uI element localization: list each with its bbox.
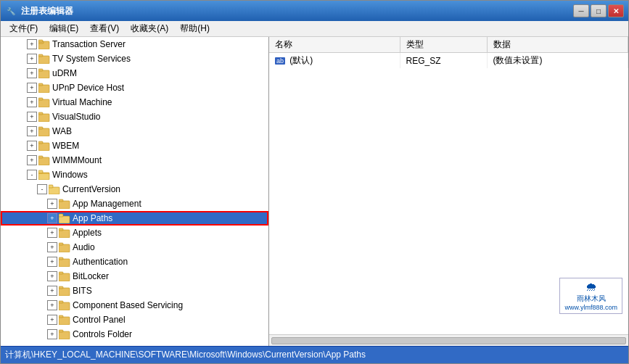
value-name: (默认) xyxy=(289,55,313,65)
menu-edit[interactable]: 编辑(E) xyxy=(44,21,84,36)
right-hscroll[interactable] xyxy=(269,334,628,346)
folder-icon xyxy=(59,271,70,281)
svg-rect-35 xyxy=(59,272,63,274)
expand-btn[interactable]: + xyxy=(27,141,37,151)
svg-rect-40 xyxy=(59,317,70,325)
folder-icon xyxy=(38,83,50,93)
expand-btn[interactable]: + xyxy=(27,126,37,136)
expand-btn[interactable]: + xyxy=(47,242,57,252)
watermark-brand: 雨林木风 xyxy=(564,294,617,304)
expand-btn[interactable]: - xyxy=(27,170,37,180)
tree-item-bitlocker[interactable]: + BitLocker xyxy=(1,269,268,284)
tree-label: Transaction Server xyxy=(52,39,126,49)
watermark: 🌧 雨林木风 www.ylmf888.com xyxy=(559,278,622,314)
folder-icon-open xyxy=(38,170,50,180)
expand-btn[interactable]: + xyxy=(47,257,57,267)
svg-rect-2 xyxy=(38,40,43,42)
maximize-button[interactable]: □ xyxy=(591,4,607,17)
title-bar-left: 🔧 注册表编辑器 xyxy=(5,5,73,17)
svg-rect-28 xyxy=(59,230,70,238)
tree-item-bits[interactable]: + BITS xyxy=(1,284,268,298)
expand-btn[interactable]: + xyxy=(47,315,57,325)
folder-icon xyxy=(38,126,50,136)
svg-rect-15 xyxy=(38,143,49,151)
svg-rect-27 xyxy=(59,214,63,217)
tree-label: VisualStudio xyxy=(52,112,101,122)
svg-rect-37 xyxy=(59,286,63,289)
svg-rect-22 xyxy=(49,187,59,194)
tree-item-controls-folder[interactable]: + Controls Folder xyxy=(1,327,268,342)
expand-btn[interactable]: + xyxy=(47,286,57,296)
col-data: 数据 xyxy=(487,37,628,53)
tree-label: TV System Services xyxy=(52,54,131,64)
svg-rect-33 xyxy=(59,257,63,260)
close-button[interactable]: ✕ xyxy=(608,4,624,17)
expand-btn[interactable]: + xyxy=(47,300,57,310)
expand-btn[interactable]: + xyxy=(27,112,37,122)
expand-btn[interactable]: + xyxy=(47,271,57,281)
tree-label: BITS xyxy=(73,286,92,296)
tree-item-applets[interactable]: + Applets xyxy=(1,226,268,240)
tree-item-windows[interactable]: - Windows xyxy=(1,167,268,182)
tree-scroll[interactable]: + Transaction Server + TV System Service… xyxy=(1,37,268,346)
svg-rect-41 xyxy=(59,315,63,318)
expand-btn[interactable]: + xyxy=(47,213,57,223)
tree-item-wimmount[interactable]: + WIMMMount xyxy=(1,153,268,167)
svg-rect-11 xyxy=(38,114,49,122)
menu-favorites[interactable]: 收藏夹(A) xyxy=(125,21,174,36)
col-name: 名称 xyxy=(269,37,400,53)
folder-icon xyxy=(59,228,70,238)
hscroll-thumb[interactable] xyxy=(271,337,626,344)
folder-icon xyxy=(59,329,70,339)
expand-btn[interactable]: + xyxy=(27,68,37,78)
tree-item-wbem[interactable]: + WBEM xyxy=(1,138,268,153)
expand-btn[interactable]: + xyxy=(47,329,57,339)
tree-item-visualstudio[interactable]: + VisualStudio xyxy=(1,109,268,124)
tree-item-currentversion[interactable]: - CurrentVersion xyxy=(1,182,268,197)
svg-rect-30 xyxy=(59,244,70,252)
menu-view[interactable]: 查看(V) xyxy=(84,21,125,36)
expand-btn[interactable]: + xyxy=(27,155,37,165)
expand-btn[interactable]: + xyxy=(47,228,57,238)
svg-rect-7 xyxy=(38,85,49,93)
tree-item-app-management[interactable]: + App Management xyxy=(1,197,268,211)
svg-rect-26 xyxy=(59,216,70,223)
tree-item-component-based-servicing[interactable]: + Component Based Servicing xyxy=(1,298,268,313)
tree-label: WIMMMount xyxy=(52,155,102,165)
minimize-button[interactable]: ─ xyxy=(573,4,589,17)
menu-help[interactable]: 帮助(H) xyxy=(174,21,215,36)
tree-item-upnp-device-host[interactable]: + UPnP Device Host xyxy=(1,80,268,95)
tree-item-tv-system-services[interactable]: + TV System Services xyxy=(1,51,268,66)
watermark-url: www.ylmf888.com xyxy=(564,304,617,311)
svg-rect-10 xyxy=(38,98,43,100)
tree-item-app-paths[interactable]: + App Paths xyxy=(1,211,268,226)
window-controls: ─ □ ✕ xyxy=(573,4,624,17)
svg-rect-39 xyxy=(59,301,63,303)
expand-btn[interactable]: + xyxy=(27,83,37,93)
table-row[interactable]: ab (默认) REG_SZ (数值未设置) xyxy=(269,53,628,69)
folder-icon xyxy=(38,141,50,151)
tree-item-control-panel[interactable]: + Control Panel xyxy=(1,313,268,327)
expand-btn[interactable]: + xyxy=(27,39,37,49)
folder-icon xyxy=(38,68,50,78)
tree-item-virtual-machine[interactable]: + Virtual Machine xyxy=(1,95,268,109)
tree-item-audio[interactable]: + Audio xyxy=(1,240,268,255)
expand-btn[interactable]: + xyxy=(27,54,37,64)
tree-item-udrm[interactable]: + uDRM xyxy=(1,66,268,80)
expand-btn[interactable]: + xyxy=(27,97,37,107)
svg-rect-6 xyxy=(38,69,43,71)
expand-btn[interactable]: + xyxy=(47,199,57,209)
tree-item-authentication[interactable]: + Authentication xyxy=(1,255,268,269)
status-path: 计算机\HKEY_LOCAL_MACHINE\SOFTWARE\Microsof… xyxy=(5,349,366,361)
expand-btn[interactable]: - xyxy=(37,184,47,194)
status-bar: 计算机\HKEY_LOCAL_MACHINE\SOFTWARE\Microsof… xyxy=(1,346,628,363)
tree-item-transaction-server[interactable]: + Transaction Server xyxy=(1,37,268,51)
folder-icon xyxy=(38,39,50,49)
main-area: + Transaction Server + TV System Service… xyxy=(1,37,628,346)
tree-label: WAB xyxy=(52,126,72,136)
tree-item-wab[interactable]: + WAB xyxy=(1,124,268,138)
tree-label: Windows xyxy=(52,170,88,180)
folder-icon xyxy=(59,199,70,209)
menu-file[interactable]: 文件(F) xyxy=(4,21,44,36)
registry-editor-window: 🔧 注册表编辑器 ─ □ ✕ 文件(F) 编辑(E) 查看(V) 收藏夹(A) … xyxy=(0,0,629,364)
